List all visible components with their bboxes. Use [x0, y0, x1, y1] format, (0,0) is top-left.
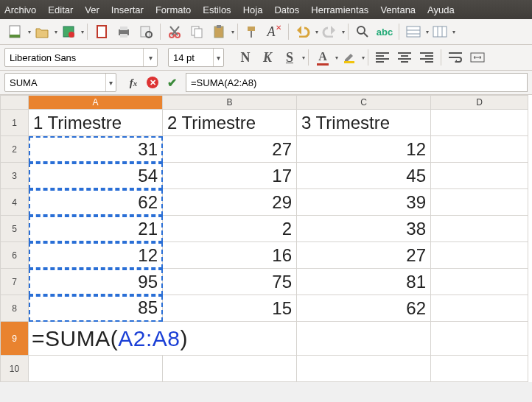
cell-B4[interactable]: 29 — [163, 189, 297, 216]
row-header-7[interactable]: 7 — [1, 269, 29, 295]
cell-C5[interactable]: 38 — [297, 216, 431, 242]
cell-C9[interactable] — [297, 322, 431, 356]
formula-input[interactable] — [186, 73, 528, 92]
export-pdf-button[interactable] — [92, 22, 111, 41]
cell-B5[interactable]: 2 — [163, 216, 297, 242]
cell-D5[interactable] — [431, 216, 528, 242]
align-center-button[interactable] — [395, 48, 414, 67]
dropdown-icon[interactable]: ▾ — [315, 29, 318, 35]
clear-format-button[interactable]: A✕ — [265, 22, 284, 41]
cell-A4[interactable]: 62 — [29, 189, 163, 216]
col-header-D[interactable]: D — [431, 96, 528, 110]
accept-button[interactable]: ✔ — [164, 74, 180, 91]
cell-A3[interactable]: 54 — [29, 163, 163, 189]
dropdown-icon[interactable]: ▾ — [302, 54, 305, 61]
dropdown-icon[interactable]: ▾ — [362, 54, 365, 61]
bold-button[interactable]: N — [236, 48, 255, 67]
cell-A7[interactable]: 95 — [29, 269, 163, 295]
paste-button[interactable] — [209, 22, 228, 41]
menu-ventana[interactable]: Ventana — [380, 4, 416, 15]
cell-C7[interactable]: 81 — [297, 269, 431, 295]
menu-estilos[interactable]: Estilos — [203, 4, 231, 15]
undo-button[interactable] — [293, 22, 312, 41]
col-button[interactable] — [430, 22, 449, 41]
font-name-input[interactable] — [5, 49, 143, 66]
cell-C4[interactable]: 39 — [297, 189, 431, 216]
cell-C3[interactable]: 45 — [297, 163, 431, 189]
cell-C1[interactable]: 3 Trimestre — [297, 110, 431, 136]
menu-formato[interactable]: Formato — [155, 4, 191, 15]
cell-B1[interactable]: 2 Trimestre — [163, 110, 297, 136]
menu-ayuda[interactable]: Ayuda — [427, 4, 455, 15]
dropdown-icon[interactable]: ▾ — [105, 74, 116, 91]
row-header-6[interactable]: 6 — [1, 242, 29, 269]
cell-A1[interactable]: 1 Trimestre — [29, 110, 163, 136]
menu-insertar[interactable]: Insertar — [111, 4, 144, 15]
copy-button[interactable] — [187, 22, 206, 41]
dropdown-icon[interactable]: ▾ — [28, 29, 31, 35]
menu-herramientas[interactable]: Herramientas — [311, 4, 368, 15]
cell-A10[interactable] — [29, 356, 163, 382]
select-all-corner[interactable] — [1, 96, 29, 110]
cell-D6[interactable] — [431, 242, 528, 269]
function-wizard-button[interactable]: fx — [125, 74, 141, 91]
cell-B7[interactable]: 75 — [163, 269, 297, 295]
cell-C10[interactable] — [297, 356, 431, 382]
menu-editar[interactable]: Editar — [48, 4, 73, 15]
cell-A8[interactable]: 85 — [29, 295, 163, 322]
italic-button[interactable]: K — [258, 48, 277, 67]
menu-datos[interactable]: Datos — [274, 4, 299, 15]
dropdown-icon[interactable]: ▾ — [342, 29, 345, 35]
redo-button[interactable] — [320, 22, 339, 41]
font-color-button[interactable]: A — [313, 48, 332, 67]
row-header-5[interactable]: 5 — [1, 216, 29, 242]
cell-D8[interactable] — [431, 295, 528, 322]
cell-C2[interactable]: 12 — [297, 136, 431, 163]
dropdown-icon[interactable]: ▾ — [335, 54, 338, 61]
cell-D1[interactable] — [431, 110, 528, 136]
row-header-8[interactable]: 8 — [1, 295, 29, 322]
highlight-button[interactable] — [340, 48, 359, 67]
col-header-A[interactable]: A — [29, 96, 163, 110]
cell-D9[interactable] — [431, 322, 528, 356]
underline-button[interactable]: S — [280, 48, 299, 67]
cell-B10[interactable] — [163, 356, 297, 382]
cell-D7[interactable] — [431, 269, 528, 295]
cell-D2[interactable] — [431, 136, 528, 163]
dropdown-icon[interactable]: ▾ — [452, 29, 455, 35]
spreadsheet-grid[interactable]: A B C D 1 1 Trimestre 2 Trimestre 3 Trim… — [0, 95, 532, 382]
name-box-input[interactable] — [5, 74, 105, 91]
merge-cells-button[interactable] — [468, 48, 487, 67]
print-preview-button[interactable] — [136, 22, 155, 41]
row-button[interactable] — [404, 22, 423, 41]
col-header-C[interactable]: C — [297, 96, 431, 110]
row-header-9[interactable]: 9 — [1, 322, 29, 356]
cell-A6[interactable]: 12 — [29, 242, 163, 269]
menu-hoja[interactable]: Hoja — [243, 4, 263, 15]
cell-B3[interactable]: 17 — [163, 163, 297, 189]
cell-A9[interactable]: =SUMA(A2:A8) — [29, 322, 297, 356]
cell-A2[interactable]: 31 — [29, 136, 163, 163]
row-header-3[interactable]: 3 — [1, 163, 29, 189]
cell-D3[interactable] — [431, 163, 528, 189]
name-box[interactable]: ▾ — [4, 73, 116, 92]
menu-archivo[interactable]: Archivo — [4, 4, 36, 15]
font-size-input[interactable] — [169, 49, 213, 66]
dropdown-icon[interactable]: ▾ — [426, 29, 429, 35]
new-doc-button[interactable] — [6, 22, 25, 41]
row-header-2[interactable]: 2 — [1, 136, 29, 163]
dropdown-icon[interactable]: ▾ — [231, 29, 234, 35]
font-name-combo[interactable]: ▾ — [4, 48, 158, 67]
cell-B6[interactable]: 16 — [163, 242, 297, 269]
menu-ver[interactable]: Ver — [85, 4, 99, 15]
wrap-text-button[interactable] — [446, 48, 465, 67]
cancel-button[interactable]: ✕ — [144, 74, 161, 91]
align-right-button[interactable] — [417, 48, 436, 67]
cell-B2[interactable]: 27 — [163, 136, 297, 163]
row-header-10[interactable]: 10 — [1, 356, 29, 382]
row-header-1[interactable]: 1 — [1, 110, 29, 136]
align-left-button[interactable] — [373, 48, 392, 67]
cell-C8[interactable]: 62 — [297, 295, 431, 322]
col-header-B[interactable]: B — [163, 96, 297, 110]
save-button[interactable] — [59, 22, 78, 41]
